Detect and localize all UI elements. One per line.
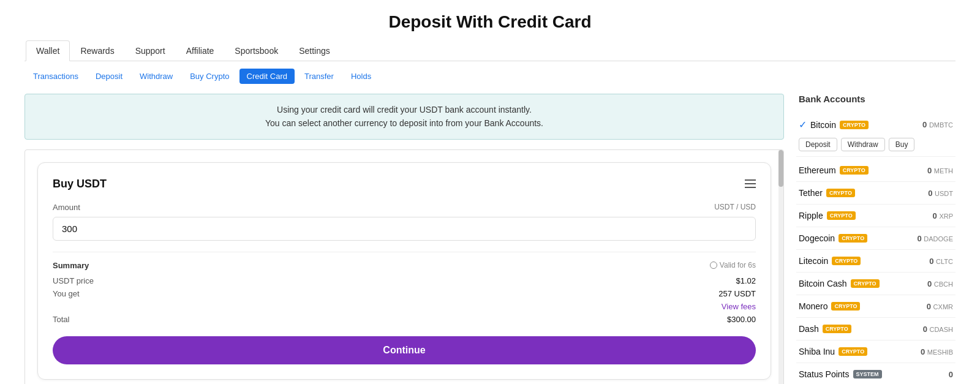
tether-currency: USDT (935, 190, 953, 197)
sub-nav-transactions[interactable]: Transactions (26, 69, 86, 84)
monero-badge: CRYPTO (831, 302, 860, 311)
tether-name: Tether (799, 188, 823, 198)
account-bitcoin-cash: Bitcoin Cash CRYPTO 0 CBCH (796, 273, 956, 295)
view-fees-link[interactable]: View fees (53, 302, 756, 311)
total-row: Total $300.00 (53, 315, 756, 324)
shiba-inu-badge: CRYPTO (839, 347, 867, 356)
main-nav-item-sportsbook[interactable]: Sportsbook (224, 40, 288, 61)
card-title: Buy USDT (53, 178, 107, 190)
dash-left: Dash CRYPTO (799, 324, 851, 334)
page-title: Deposit With Credit Card (24, 12, 956, 32)
status-points-badge: SYSTEM (853, 370, 882, 378)
you-get-value: 257 USDT (718, 289, 756, 298)
monero-left: Monero CRYPTO (799, 301, 860, 311)
ripple-name: Ripple (799, 211, 823, 220)
ethereum-currency: METH (934, 167, 953, 175)
sub-nav-deposit[interactable]: Deposit (88, 69, 130, 84)
sub-nav-withdraw[interactable]: Withdraw (132, 69, 180, 84)
bitcoin-deposit-btn[interactable]: Deposit (799, 138, 837, 151)
form-card: Buy USDT Amount USDT / USD (37, 162, 771, 380)
sub-nav: Transactions Deposit Withdraw Buy Crypto… (24, 69, 956, 84)
shiba-inu-left: Shiba Inu CRYPTO (799, 347, 867, 356)
bank-accounts-title: Bank Accounts (796, 94, 956, 104)
dogecoin-currency: DADOGE (924, 235, 953, 243)
status-points-name: Status Points (799, 369, 850, 379)
bitcoin-top: ✓ Bitcoin CRYPTO 0 DMBTC (796, 113, 956, 134)
account-litecoin: Litecoin CRYPTO 0 CLTC (796, 250, 956, 273)
dogecoin-badge: CRYPTO (839, 234, 867, 243)
bitcoin-cash-badge: CRYPTO (851, 279, 880, 288)
bitcoin-left: ✓ Bitcoin CRYPTO (799, 119, 869, 130)
account-dogecoin: Dogecoin CRYPTO 0 DADOGE (796, 227, 956, 250)
litecoin-name: Litecoin (799, 256, 828, 266)
sub-nav-buy-crypto[interactable]: Buy Crypto (183, 69, 236, 84)
scrollbar-track (778, 150, 783, 384)
account-ethereum: Ethereum CRYPTO 0 METH (796, 159, 956, 182)
summary-title: Summary (53, 261, 89, 270)
account-status-points: Status Points SYSTEM 0 (796, 363, 956, 384)
bitcoin-withdraw-btn[interactable]: Withdraw (841, 138, 885, 151)
dash-currency: CDASH (929, 326, 953, 333)
ripple-balance: 0 XRP (933, 211, 953, 220)
usdt-price-value: $1.02 (736, 276, 756, 285)
shiba-inu-name: Shiba Inu (799, 347, 835, 356)
sub-nav-credit-card[interactable]: Credit Card (239, 69, 295, 84)
total-label: Total (53, 315, 69, 324)
bitcoin-cash-left: Bitcoin Cash CRYPTO (799, 279, 880, 288)
dash-name: Dash (799, 324, 819, 334)
account-ripple: Ripple CRYPTO 0 XRP (796, 205, 956, 227)
tether-balance: 0 USDT (928, 189, 953, 198)
account-shiba-inu: Shiba Inu CRYPTO 0 MESHIB (796, 341, 956, 363)
info-banner: Using your credit card will credit your … (24, 94, 784, 140)
monero-balance: 0 CXMR (927, 302, 953, 311)
dogecoin-left: Dogecoin CRYPTO (799, 233, 867, 243)
main-nav-item-rewards[interactable]: Rewards (70, 40, 124, 61)
scrollbar-thumb[interactable] (778, 150, 783, 187)
ethereum-left: Ethereum CRYPTO (799, 165, 869, 175)
dogecoin-name: Dogecoin (799, 233, 835, 243)
you-get-row: You get 257 USDT (53, 289, 756, 298)
shiba-inu-balance: 0 MESHIB (921, 347, 953, 356)
main-nav-item-settings[interactable]: Settings (288, 40, 341, 61)
bitcoin-badge: CRYPTO (840, 121, 869, 129)
shiba-inu-currency: MESHIB (927, 348, 953, 356)
clock-icon (710, 262, 717, 269)
main-nav-item-support[interactable]: Support (125, 40, 176, 61)
bitcoin-buy-btn[interactable]: Buy (889, 138, 915, 151)
monero-name: Monero (799, 301, 827, 311)
bitcoin-cash-balance: 0 CBCH (927, 279, 953, 288)
left-panel: Using your credit card will credit your … (24, 94, 784, 384)
amount-input[interactable] (53, 217, 756, 241)
litecoin-currency: CLTC (936, 258, 953, 265)
status-points-left: Status Points SYSTEM (799, 369, 882, 379)
bitcoin-name: Bitcoin (810, 120, 836, 130)
ethereum-name: Ethereum (799, 165, 836, 175)
ripple-left: Ripple CRYPTO (799, 211, 856, 220)
valid-for: Valid for 6s (710, 261, 756, 269)
you-get-label: You get (53, 289, 80, 298)
summary-header: Summary Valid for 6s (53, 261, 756, 270)
hamburger-icon[interactable] (745, 179, 756, 188)
tether-badge: CRYPTO (826, 189, 855, 197)
account-monero: Monero CRYPTO 0 CXMR (796, 295, 956, 318)
amount-unit: USDT / USD (714, 203, 756, 211)
account-tether: Tether CRYPTO 0 USDT (796, 182, 956, 205)
dash-balance: 0 CDASH (923, 325, 953, 334)
right-panel: Bank Accounts ✓ Bitcoin CRYPTO 0 DMBTC D… (796, 94, 956, 384)
usdt-price-row: USDT price $1.02 (53, 276, 756, 285)
info-banner-line2: You can select another currency to depos… (37, 116, 771, 130)
sub-nav-transfer[interactable]: Transfer (297, 69, 341, 84)
sub-nav-holds[interactable]: Holds (344, 69, 379, 84)
ethereum-balance: 0 METH (927, 166, 953, 175)
main-nav-item-affiliate[interactable]: Affiliate (176, 40, 225, 61)
tether-left: Tether CRYPTO (799, 188, 855, 198)
main-nav: Wallet Rewards Support Affiliate Sportsb… (24, 40, 956, 61)
card-header: Buy USDT (53, 178, 756, 190)
bitcoin-balance: 0 DMBTC (922, 120, 953, 129)
usdt-price-label: USDT price (53, 276, 94, 285)
ethereum-badge: CRYPTO (840, 166, 869, 175)
main-nav-item-wallet[interactable]: Wallet (26, 40, 70, 61)
bitcoin-currency: DMBTC (929, 121, 953, 129)
litecoin-balance: 0 CLTC (929, 257, 953, 266)
continue-button[interactable]: Continue (53, 336, 756, 364)
